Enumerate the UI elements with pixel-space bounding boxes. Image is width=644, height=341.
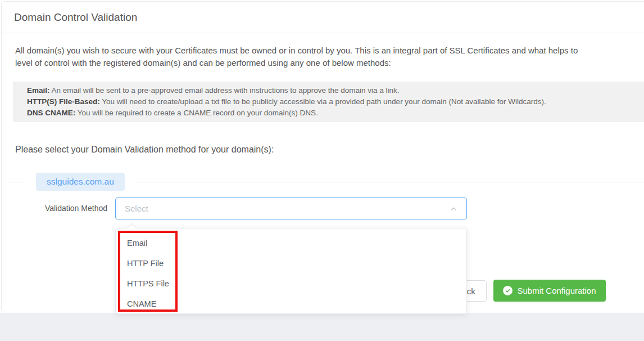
method-info-email: Email: An email will be sent to a pre-ap… <box>27 85 644 96</box>
domain-tab[interactable]: sslguides.com.au <box>36 173 125 191</box>
domain-control-validation-panel: Domain Control Validation All domain(s) … <box>1 1 644 312</box>
method-name: HTTP(S) File-Based: <box>27 97 100 106</box>
validation-methods-info-box: Email: An email will be sent to a pre-ap… <box>13 82 644 122</box>
dropdown-option-http-file[interactable]: HTTP File <box>116 253 466 273</box>
check-circle-icon <box>503 286 513 295</box>
intro-paragraph: All domain(s) you wish to secure with yo… <box>15 44 644 69</box>
dropdown-option-https-file[interactable]: HTTPS File <box>116 273 466 294</box>
select-method-prompt: Please select your Domain Validation met… <box>15 145 644 155</box>
validation-method-dropdown-menu: Email HTTP File HTTPS File CNAME <box>115 228 467 314</box>
method-name: Email: <box>27 86 50 95</box>
domain-tabs-row: sslguides.com.au <box>8 173 644 190</box>
submit-button-label: Submit Configuration <box>517 286 596 295</box>
dropdown-option-cname[interactable]: CNAME <box>116 294 466 314</box>
chevron-up-icon <box>450 205 457 213</box>
method-description: You will be required to create a CNAME r… <box>78 109 318 117</box>
submit-configuration-button[interactable]: Submit Configuration <box>493 280 606 302</box>
method-info-http-file: HTTP(S) File-Based: You will need to cre… <box>27 96 644 107</box>
select-placeholder: Select <box>125 204 148 213</box>
divider-line <box>8 182 26 182</box>
divider-line <box>135 182 644 182</box>
panel-title: Domain Control Validation <box>2 2 644 33</box>
validation-method-label: Validation Method <box>14 198 107 219</box>
dropdown-option-email[interactable]: Email <box>116 233 466 253</box>
method-info-dns-cname: DNS CNAME: You will be required to creat… <box>27 107 644 119</box>
method-description: You will need to create/upload a txt fil… <box>102 97 546 106</box>
method-description: An email will be sent to a pre-approved … <box>52 86 400 95</box>
page-background-strip <box>0 313 644 341</box>
method-name: DNS CNAME: <box>27 109 75 117</box>
dropdown-pointer-arrow <box>127 223 137 233</box>
validation-method-row: Validation Method Select Email HTTP File… <box>14 198 644 219</box>
validation-method-select[interactable]: Select <box>115 198 467 219</box>
panel-body: All domain(s) you wish to secure with yo… <box>2 44 644 219</box>
